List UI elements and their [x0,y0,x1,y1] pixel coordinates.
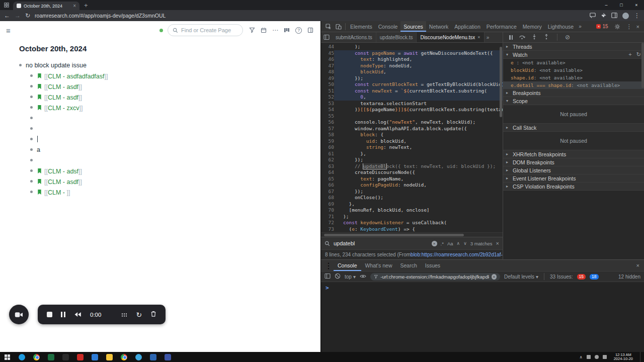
section-xhr-fetch-breakpoints[interactable]: ▸XHR/fetch Breakpoints [503,150,644,158]
line-number[interactable]: 50 [321,81,334,88]
code-line[interactable]: 67 }); [321,189,503,195]
page-link[interactable]: [[CLM - ]] [44,188,70,197]
step-into-icon[interactable] [531,33,537,42]
line-number[interactable]: 44 [321,44,334,50]
code-line[interactable]: 56 console.log("newText", newText, block… [321,119,503,126]
taskbar-app-windows-terminal[interactable] [58,352,73,362]
line-number[interactable]: 47 [321,63,334,69]
close-find-icon[interactable]: × [496,240,499,246]
bullet-icon[interactable] [30,106,33,109]
device-toolbar-icon[interactable] [334,21,344,32]
outline-item[interactable]: [[CLM - asdfadfadfasf]] [30,70,320,81]
issues-error-badge[interactable]: 15 [577,274,586,280]
code-line[interactable]: 45 const pageName = await getNewDiscours… [321,50,503,57]
hamburger-menu-icon[interactable]: ≡ [6,26,11,35]
calendar-icon[interactable] [261,27,267,33]
drawer-menu-icon[interactable]: ⋮ [324,260,334,271]
delete-recording-icon[interactable] [150,310,156,319]
code-line[interactable]: 48 blockUid, [321,69,503,75]
drawer-tab-console[interactable]: Console [334,260,361,271]
line-number[interactable]: 59 [321,138,334,145]
reload-icon[interactable]: ↻ [25,13,30,19]
drag-handle-icon[interactable] [121,310,127,319]
bullet-icon[interactable] [30,159,33,161]
panel-tab-elements[interactable]: Elements [347,21,375,32]
line-number[interactable]: 56 [321,119,334,126]
close-file-tab-icon[interactable]: × [477,35,480,40]
tab-close-icon[interactable]: × [73,4,76,9]
bullet-icon[interactable] [30,117,33,119]
more-file-tabs-icon[interactable]: » [485,35,492,40]
file-tab[interactable]: submitActions.ts [332,32,376,42]
code-line[interactable]: 72const keydownListener = useCallback( [321,220,503,226]
side-panel-icon[interactable] [611,13,617,19]
panel-tab-lighthouse[interactable]: Lighthouse [545,21,577,32]
help-icon[interactable]: ? [295,27,302,34]
editor-horizontal-scrollbar[interactable] [321,232,503,237]
line-number[interactable]: 62 [321,157,334,163]
find-previous-icon[interactable]: ∧ [457,241,460,246]
outline-item[interactable]: [[CLM - asdf]] [30,176,320,187]
code-line[interactable]: 46 text: highlighted, [321,56,503,63]
taskbar-app-microsoft-edge[interactable] [15,352,29,362]
drawer-tab-issues[interactable]: Issues [421,260,444,271]
kanban-columns-icon[interactable] [284,27,290,33]
close-drawer-icon[interactable]: × [636,262,639,268]
maximize-button[interactable]: □ [614,0,629,10]
line-number[interactable]: 72 [321,220,334,226]
start-button[interactable] [0,352,15,362]
bullet-icon[interactable] [30,180,33,183]
browser-tab[interactable]: October 20th, 2024 × [13,2,79,10]
log-levels-selector[interactable]: Default levels ▾ [504,274,538,280]
hidden-messages-label[interactable]: 12 hidden [618,274,640,280]
devtools-menu-icon[interactable]: ⋮ [626,23,632,30]
line-number[interactable]: 54 [321,107,334,113]
settings-gear-icon[interactable] [612,24,622,30]
line-number[interactable]: 57 [321,126,334,132]
code-line[interactable]: 53 textarea.selectionStart [321,101,503,107]
line-number[interactable]: 49 [321,75,334,82]
show-desktop-button[interactable] [640,352,642,362]
match-case-toggle[interactable]: Aa [447,241,453,246]
step-out-icon[interactable] [543,33,549,42]
filter-icon[interactable] [249,27,255,33]
navigator-toggle-icon[interactable] [321,34,332,40]
code-line[interactable]: 50 const currentBlockText = getTextByBlo… [321,81,503,88]
bullet-icon[interactable] [30,169,33,172]
code-line[interactable]: 59 uid: blockUid, [321,138,503,145]
issues-warning-badge[interactable]: 18 [590,274,598,280]
line-number[interactable]: 71 [321,214,334,220]
taskbar-app-outlook[interactable] [146,352,160,362]
line-number[interactable]: 46 [321,56,334,63]
page-link[interactable]: [[CLM - asdf]] [44,177,82,186]
block-text[interactable]: a [37,146,40,153]
console-filter-input[interactable]: -url:chrome-extension://fmkadmapgofadopl… [370,273,500,281]
code-line[interactable]: 62 }); [321,157,503,163]
code-line[interactable]: 58 block: { [321,132,503,138]
restart-recording-icon[interactable]: ↻ [136,311,142,318]
page-link[interactable]: [[CLM - adsf]] [44,166,82,175]
clear-find-icon[interactable]: × [432,241,437,246]
code-line[interactable]: 57 window.roamAlphaAPI.data.block.update… [321,126,503,132]
search-input[interactable]: Find or Create Page [168,24,243,36]
scrollbar-thumb[interactable] [324,234,464,236]
taskbar-app-excel[interactable] [44,352,58,362]
bullet-icon[interactable] [30,191,33,193]
code-line[interactable]: 70 [menuRef, blockUid, onclose] [321,207,503,214]
taskbar-app-skype[interactable] [131,352,146,362]
code-line[interactable]: 66 configPageUid: nodeUid, [321,182,503,189]
extensions-icon[interactable] [601,13,606,19]
line-number[interactable]: 68 [321,195,334,201]
line-number[interactable]: 52 [321,94,334,101]
code-line[interactable]: 51 const newText = `${currentBlockText.s… [321,88,503,95]
panel-tab-sources[interactable]: Sources [400,21,426,32]
taskbar-app-chrome[interactable] [29,352,44,362]
panel-tab-console[interactable]: Console [375,21,401,32]
more-options-icon[interactable]: ⋯ [272,27,278,34]
taskbar-clock[interactable]: 12:13 AM 2024-10-20 [611,353,636,361]
outline-item[interactable]: [[CLM - adsf]] [30,165,320,176]
code-line[interactable]: 55 [321,113,503,120]
address-bar[interactable]: roamresearch.com/#/app/roamjs-dev/page/d… [35,13,585,19]
taskbar-app-adobe[interactable] [73,352,88,362]
bullet-icon[interactable] [30,127,33,130]
